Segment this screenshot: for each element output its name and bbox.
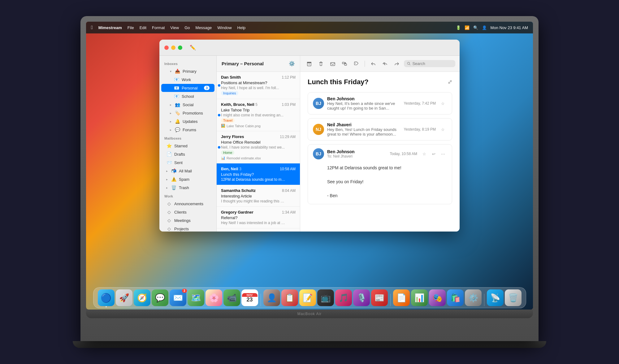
email-subject: Home Office Remodel xyxy=(221,140,296,145)
thread-msg-header-2[interactable]: BJ Ben Johnson To: Neil Jhaveri Today, 1… xyxy=(308,145,452,163)
email-sender: Dan Smith xyxy=(221,75,241,80)
dock-numbers[interactable]: 📊 xyxy=(411,289,428,306)
dock-facetime[interactable]: 📹 xyxy=(223,289,240,306)
star-btn-2[interactable]: ☆ xyxy=(420,150,428,158)
email-list-settings-icon[interactable]: ⚙️ xyxy=(289,61,295,67)
dock-contacts[interactable]: 👤 xyxy=(263,289,280,306)
dock-notes[interactable]: 📝 xyxy=(299,289,316,306)
apple-logo-icon[interactable]:  xyxy=(91,25,93,30)
dock-pages[interactable]: 📄 xyxy=(393,289,410,306)
dock-safari[interactable]: 🧭 xyxy=(134,289,150,306)
email-item-dan-smith[interactable]: Dan Smith 1:12 PM Positions at Mimestrea… xyxy=(217,72,300,99)
sidebar-item-projects[interactable]: ◇ Projects xyxy=(161,225,214,232)
detail-search-input[interactable] xyxy=(412,61,452,66)
dock-messages[interactable]: 💬 xyxy=(152,289,168,306)
email-item-sara[interactable]: Sara Stewart Yesterday London hotel reco… xyxy=(217,228,300,232)
dock-mail[interactable]: ✉️ 3 xyxy=(170,289,186,306)
dock-tv[interactable]: 📺 xyxy=(317,289,334,306)
user-icon[interactable]: 👤 xyxy=(482,25,487,30)
thread-msg-time-1: Yesterday, 8:19 PM xyxy=(404,127,436,132)
spam-toggle-icon: ▸ xyxy=(166,178,168,181)
sidebar-item-promotions[interactable]: ▸ 🏷️ Promotions xyxy=(161,109,214,117)
sidebar-item-starred[interactable]: ⭐ Starred xyxy=(161,142,214,150)
email-item-samantha[interactable]: Samantha Schultz 8:04 AM Interesting Art… xyxy=(217,185,300,207)
dock-podcasts[interactable]: 🎙️ xyxy=(353,289,370,306)
email-item-gregory[interactable]: Gregory Gardner 1:34 AM Referral? Hey Ne… xyxy=(217,207,300,228)
dock-finder[interactable]: 🔵 xyxy=(98,289,115,306)
menu-edit[interactable]: Edit xyxy=(140,25,146,30)
clients-label: Clients xyxy=(174,210,210,214)
menu-help[interactable]: Help xyxy=(237,25,246,30)
maximize-button[interactable] xyxy=(178,46,182,50)
dock-appstore[interactable]: 🛍️ xyxy=(447,289,464,306)
email-item-top: Keith, Bruce, Neil 5 1:03 PM xyxy=(221,102,296,107)
minimize-button[interactable] xyxy=(171,46,175,50)
email-item-top: Jerry Flores 11:29 AM xyxy=(221,134,296,139)
email-sender: Ben, Neil 3 xyxy=(221,167,241,171)
dock-system-prefs[interactable]: ⚙️ xyxy=(465,289,482,306)
sidebar-item-drafts[interactable]: 📄 Drafts xyxy=(161,150,214,158)
sidebar-item-personal[interactable]: 📧 Personal 3 xyxy=(161,84,214,92)
archive-button[interactable] xyxy=(305,59,314,68)
traffic-lights xyxy=(164,46,182,50)
more-btn-2[interactable]: ⋯ xyxy=(439,150,447,158)
email-item-jerry-flores[interactable]: Jerry Flores 11:29 AM Home Office Remode… xyxy=(217,131,300,163)
trash-icon: 🗑️ xyxy=(171,185,176,190)
reply-all-button[interactable] xyxy=(380,59,390,68)
dock: 🔵 🚀 🧭 💬 xyxy=(93,287,526,308)
mark-unread-button[interactable] xyxy=(328,59,337,68)
dock-calendar[interactable]: NOV 23 xyxy=(241,289,258,306)
dock-reminders[interactable]: 📋 xyxy=(281,289,298,306)
forward-button[interactable] xyxy=(392,59,401,68)
dock-keynote[interactable]: 🎭 xyxy=(429,289,446,306)
avatar-neil: NJ xyxy=(313,124,324,135)
sidebar-item-spam[interactable]: ▸ ⚠️ Spam xyxy=(161,175,214,183)
dock-airdrop[interactable]: 📡 xyxy=(487,289,504,306)
dock-maps[interactable]: 🗺️ xyxy=(188,289,204,306)
sidebar-item-clients[interactable]: ◇ Clients xyxy=(161,208,214,216)
dock-music[interactable]: 🎵 xyxy=(335,289,352,306)
sidebar-item-primary[interactable]: ▾ 📥 Primary xyxy=(161,67,214,75)
sidebar-item-allmail[interactable]: ▸ 📬 All Mail xyxy=(161,167,214,175)
close-button[interactable] xyxy=(164,46,169,50)
detail-search[interactable] xyxy=(404,60,455,67)
move-button[interactable] xyxy=(340,59,349,68)
sidebar-item-work[interactable]: 📧 Work xyxy=(161,76,214,84)
dock-trash[interactable]: 🗑️ xyxy=(505,289,522,306)
reply-button[interactable] xyxy=(369,59,378,68)
menu-message[interactable]: Message xyxy=(196,25,212,30)
star-btn-1[interactable]: ☆ xyxy=(439,125,447,133)
svg-point-5 xyxy=(407,62,409,64)
menu-format[interactable]: Format xyxy=(152,25,165,30)
sidebar-item-announcements[interactable]: ◇ Announcements xyxy=(161,200,214,208)
email-item-ben-neil[interactable]: Ben, Neil 3 10:58 AM Lunch this Friday? … xyxy=(217,163,300,185)
thread-msg-header-1[interactable]: NJ Neil Jhaveri Hey Ben, Yes! Lunch on F… xyxy=(308,119,452,140)
dock-news[interactable]: 📰 xyxy=(371,289,388,306)
menu-view[interactable]: View xyxy=(170,25,179,30)
menu-go[interactable]: Go xyxy=(184,25,190,30)
avatar-ben-0: BJ xyxy=(313,98,324,109)
dock-photos[interactable]: 🌸 xyxy=(206,289,222,306)
label-button[interactable] xyxy=(352,59,361,68)
reply-btn-2[interactable]: ↩ xyxy=(430,150,438,158)
toolbar-sep xyxy=(365,61,365,67)
email-item-keith-bruce-neil[interactable]: Keith, Bruce, Neil 5 1:03 PM Lake Tahoe … xyxy=(217,99,300,131)
thread-msg-header-0[interactable]: BJ Ben Johnson Hey Neil, It's been a whi… xyxy=(308,93,452,114)
dock-launchpad[interactable]: 🚀 xyxy=(116,289,132,306)
star-btn-0[interactable]: ☆ xyxy=(439,99,447,107)
attachment-icon: 🖼️ xyxy=(221,124,225,128)
sidebar-item-trash[interactable]: ▸ 🗑️ Trash xyxy=(161,184,214,192)
menu-window[interactable]: Window xyxy=(217,25,232,30)
search-icon[interactable]: 🔍 xyxy=(473,25,478,30)
sidebar-item-forums[interactable]: ▸ 💬 Forums xyxy=(161,126,214,134)
trash-button[interactable] xyxy=(316,59,326,68)
detail-expand-icon[interactable]: ⤢ xyxy=(448,79,452,85)
sidebar-item-meetings[interactable]: ◇ Meetings xyxy=(161,216,214,224)
compose-button[interactable]: ✏️ xyxy=(188,43,198,53)
sidebar-item-updates[interactable]: ▸ 🔔 Updates xyxy=(161,117,214,125)
sidebar-item-sent[interactable]: 📨 Sent xyxy=(161,158,214,167)
sidebar-item-school[interactable]: 📧 School xyxy=(161,92,214,100)
sidebar-item-social[interactable]: ▸ 👥 Social xyxy=(161,101,214,109)
menu-file[interactable]: File xyxy=(128,25,134,30)
app-name-label[interactable]: Mimestream xyxy=(98,25,122,30)
